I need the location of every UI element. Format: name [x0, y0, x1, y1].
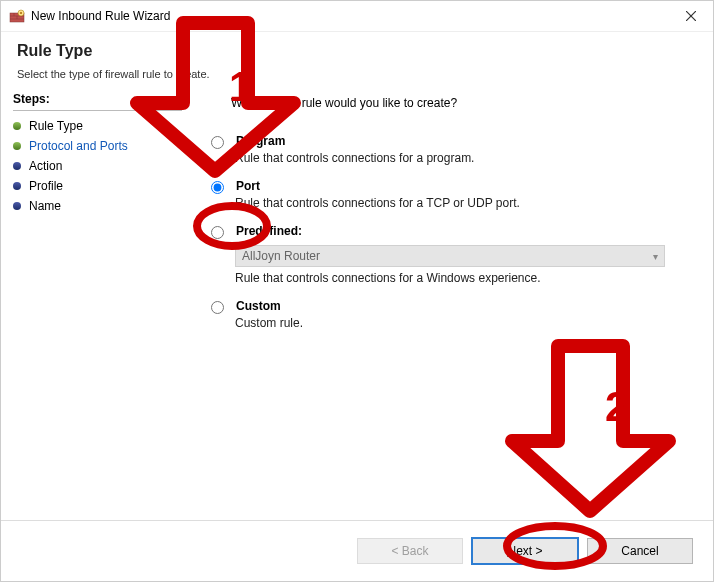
step-label: Action: [29, 159, 62, 173]
step-label: Protocol and Ports: [29, 139, 128, 153]
desc-port: Rule that controls connections for a TCP…: [235, 196, 693, 210]
page-header: Rule Type Select the type of firewall ru…: [1, 32, 713, 84]
bullet-icon: [13, 182, 21, 190]
window-title: New Inbound Rule Wizard: [31, 9, 170, 23]
dropdown-value: AllJoyn Router: [242, 249, 320, 263]
bullet-icon: [13, 202, 21, 210]
step-label: Rule Type: [29, 119, 83, 133]
chevron-down-icon: ▾: [653, 251, 658, 262]
radio-label-custom: Custom: [236, 299, 281, 313]
main-panel: What type of rule would you like to crea…: [191, 92, 713, 524]
wizard-window: New Inbound Rule Wizard Rule Type Select…: [0, 0, 714, 582]
radio-label-program: Program: [236, 134, 285, 148]
close-icon: [686, 11, 696, 21]
rule-type-question: What type of rule would you like to crea…: [231, 96, 693, 110]
next-rest: ext >: [516, 544, 542, 558]
predefined-dropdown[interactable]: AllJoyn Router ▾: [235, 245, 665, 267]
back-button: < Back: [357, 538, 463, 564]
bullet-icon: [13, 122, 21, 130]
option-port[interactable]: Port: [211, 179, 693, 194]
titlebar: New Inbound Rule Wizard: [1, 1, 713, 32]
step-protocol-and-ports[interactable]: Protocol and Ports: [13, 139, 190, 153]
next-button[interactable]: Next >: [471, 537, 579, 565]
page-title: Rule Type: [17, 42, 697, 60]
option-custom[interactable]: Custom: [211, 299, 693, 314]
step-rule-type[interactable]: Rule Type: [13, 119, 190, 133]
radio-program[interactable]: [211, 136, 224, 149]
steps-sidebar: Steps: Rule Type Protocol and Ports Acti…: [1, 92, 191, 524]
svg-point-7: [20, 12, 22, 14]
radio-label-predefined: Predefined:: [236, 224, 302, 238]
radio-label-port: Port: [236, 179, 260, 193]
step-profile[interactable]: Profile: [13, 179, 190, 193]
bullet-icon: [13, 162, 21, 170]
step-name[interactable]: Name: [13, 199, 190, 213]
bullet-icon: [13, 142, 21, 150]
step-action[interactable]: Action: [13, 159, 190, 173]
next-accel: N: [507, 544, 516, 558]
wizard-footer: < Back Next > Cancel: [1, 520, 713, 581]
option-program[interactable]: Program: [211, 134, 693, 149]
radio-predefined[interactable]: [211, 226, 224, 239]
wizard-body: Steps: Rule Type Protocol and Ports Acti…: [1, 92, 713, 524]
radio-port[interactable]: [211, 181, 224, 194]
page-subtitle: Select the type of firewall rule to crea…: [17, 68, 697, 80]
steps-heading: Steps:: [13, 92, 182, 111]
step-label: Profile: [29, 179, 63, 193]
radio-custom[interactable]: [211, 301, 224, 314]
close-button[interactable]: [668, 1, 713, 31]
option-predefined[interactable]: Predefined:: [211, 224, 693, 239]
step-label: Name: [29, 199, 61, 213]
desc-custom: Custom rule.: [235, 316, 693, 330]
firewall-icon: [9, 8, 25, 24]
desc-program: Rule that controls connections for a pro…: [235, 151, 693, 165]
desc-predefined: Rule that controls connections for a Win…: [235, 271, 693, 285]
cancel-button[interactable]: Cancel: [587, 538, 693, 564]
